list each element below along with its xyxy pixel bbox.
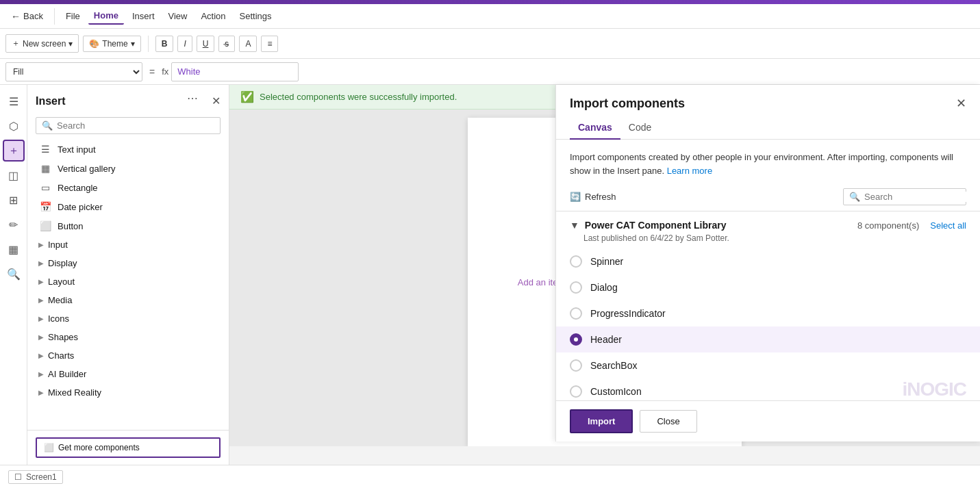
ai-builder-category-label: AI Builder xyxy=(48,369,86,379)
menu-home[interactable]: Home xyxy=(88,8,124,25)
insert-category-media[interactable]: ▶ Media xyxy=(27,291,229,309)
insert-search-input[interactable] xyxy=(57,120,214,131)
component-item-search-box[interactable]: SearchBox xyxy=(556,352,980,378)
library-chevron-icon[interactable]: ▼ xyxy=(570,220,579,231)
shapes-chevron-icon: ▶ xyxy=(38,333,44,341)
dialog-radio[interactable] xyxy=(570,281,582,294)
close-button[interactable]: Close xyxy=(640,410,696,433)
progress-indicator-radio[interactable] xyxy=(570,307,582,320)
sidebar-icon-layout[interactable]: ⊞ xyxy=(3,189,25,211)
insert-category-icons[interactable]: ▶ Icons xyxy=(27,309,229,328)
get-more-components-button[interactable]: ⬜ Get more components xyxy=(36,437,221,458)
insert-search-box[interactable]: 🔍 xyxy=(36,117,221,134)
import-panel-close-button[interactable]: ✕ xyxy=(956,96,966,111)
mixed-reality-chevron-icon: ▶ xyxy=(38,389,44,396)
import-button[interactable]: Import xyxy=(570,409,633,433)
insert-category-ai-builder[interactable]: ▶ AI Builder xyxy=(27,365,229,383)
import-search-box[interactable]: 🔍 xyxy=(843,188,966,205)
refresh-label: Refresh xyxy=(585,192,616,202)
insert-category-charts[interactable]: ▶ Charts xyxy=(27,346,229,365)
shapes-category-label: Shapes xyxy=(48,332,78,342)
tab-code[interactable]: Code xyxy=(620,116,659,140)
spinner-radio[interactable] xyxy=(570,255,582,268)
menu-insert[interactable]: Insert xyxy=(127,8,160,24)
sidebar-icon-pen[interactable]: ✏ xyxy=(3,214,25,235)
insert-category-layout[interactable]: ▶ Layout xyxy=(27,272,229,291)
select-all-button[interactable]: Select all xyxy=(930,220,966,231)
theme-button[interactable]: 🎨 Theme ▾ xyxy=(83,36,140,52)
import-description: Import components created by other peopl… xyxy=(556,140,980,183)
formula-input[interactable] xyxy=(171,62,299,81)
import-search-input[interactable] xyxy=(864,192,979,202)
font-color-button[interactable]: A xyxy=(239,36,257,52)
screen-checkbox-icon: ☐ xyxy=(14,472,22,482)
rectangle-label: Rectangle xyxy=(58,183,98,193)
insert-item-vertical-gallery[interactable]: ▦ Vertical gallery xyxy=(27,159,229,178)
insert-category-shapes[interactable]: ▶ Shapes xyxy=(27,328,229,346)
new-screen-button[interactable]: ＋ New screen ▾ xyxy=(5,34,79,53)
menu-settings[interactable]: Settings xyxy=(234,8,277,24)
import-tabs: Canvas Code xyxy=(556,116,980,140)
sidebar-icon-tree[interactable]: ◫ xyxy=(3,164,25,186)
strikethrough-button[interactable]: s̶ xyxy=(218,36,235,52)
sidebar-icon-components[interactable]: ⬡ xyxy=(3,115,25,137)
input-category-label: Input xyxy=(48,240,68,250)
underline-button[interactable]: U xyxy=(197,36,215,52)
success-icon: ✅ xyxy=(240,90,254,103)
display-chevron-icon: ▶ xyxy=(38,259,44,267)
insert-category-input[interactable]: ▶ Input xyxy=(27,235,229,254)
header-radio[interactable] xyxy=(570,333,582,346)
insert-more-icon[interactable]: ⋯ xyxy=(187,92,198,105)
custom-icon-label: CustomIcon xyxy=(590,386,642,397)
menu-view[interactable]: View xyxy=(163,8,193,24)
insert-search-icon: 🔍 xyxy=(42,120,53,131)
insert-item-date-picker[interactable]: 📅 Date picker xyxy=(27,197,229,216)
align-button[interactable]: ≡ xyxy=(261,36,278,52)
tab-canvas[interactable]: Canvas xyxy=(570,116,620,140)
menu-file[interactable]: File xyxy=(60,8,86,24)
text-input-icon: ☰ xyxy=(38,144,52,155)
insert-item-button[interactable]: ⬜ Button xyxy=(27,216,229,235)
date-picker-label: Date picker xyxy=(58,202,103,212)
library-name: Power CAT Component Library xyxy=(585,220,727,231)
dialog-label: Dialog xyxy=(590,282,618,293)
insert-panel-close-button[interactable]: ✕ xyxy=(212,94,221,107)
sidebar-icon-chart[interactable]: ▦ xyxy=(3,238,25,260)
menu-action[interactable]: Action xyxy=(195,8,231,24)
sidebar-icon-insert[interactable]: ＋ xyxy=(3,140,25,162)
component-item-dialog[interactable]: Dialog xyxy=(556,274,980,300)
component-item-header[interactable]: Header xyxy=(556,326,980,352)
fill-select[interactable]: Fill xyxy=(5,62,142,81)
import-panel: Import components ✕ Canvas Code Import c… xyxy=(555,85,980,441)
screen-pill[interactable]: ☐ Screen1 xyxy=(8,470,63,484)
component-item-spinner[interactable]: Spinner xyxy=(556,248,980,274)
insert-category-display[interactable]: ▶ Display xyxy=(27,254,229,272)
italic-button[interactable]: I xyxy=(177,36,192,52)
component-count: 8 component(s) xyxy=(857,220,919,231)
theme-label: Theme xyxy=(102,39,127,49)
theme-icon: 🎨 xyxy=(89,39,99,49)
search-box-radio[interactable] xyxy=(570,359,582,372)
input-chevron-icon: ▶ xyxy=(38,241,44,248)
refresh-icon: 🔄 xyxy=(570,192,581,202)
back-button[interactable]: ← Back xyxy=(5,8,49,25)
sidebar-icon-menu[interactable]: ☰ xyxy=(3,90,25,112)
button-label: Button xyxy=(58,221,84,231)
media-chevron-icon: ▶ xyxy=(38,296,44,304)
button-icon: ⬜ xyxy=(38,220,52,231)
watermark: iNOGIC xyxy=(902,378,966,400)
insert-item-text-input[interactable]: ☰ Text input xyxy=(27,140,229,159)
custom-icon-radio[interactable] xyxy=(570,385,582,398)
learn-more-link[interactable]: Learn more xyxy=(667,166,712,176)
search-box-label: SearchBox xyxy=(590,360,637,371)
insert-category-mixed-reality[interactable]: ▶ Mixed Reality xyxy=(27,383,229,402)
date-picker-icon: 📅 xyxy=(38,201,52,212)
component-item-progress-indicator[interactable]: ProgressIndicator xyxy=(556,300,980,326)
insert-item-rectangle[interactable]: ▭ Rectangle xyxy=(27,178,229,197)
library-header-right: 8 component(s) Select all xyxy=(857,220,966,231)
layout-chevron-icon: ▶ xyxy=(38,278,44,285)
charts-chevron-icon: ▶ xyxy=(38,352,44,359)
bold-button[interactable]: B xyxy=(155,36,174,52)
sidebar-icon-search[interactable]: 🔍 xyxy=(3,263,25,285)
refresh-button[interactable]: 🔄 Refresh xyxy=(570,192,616,202)
